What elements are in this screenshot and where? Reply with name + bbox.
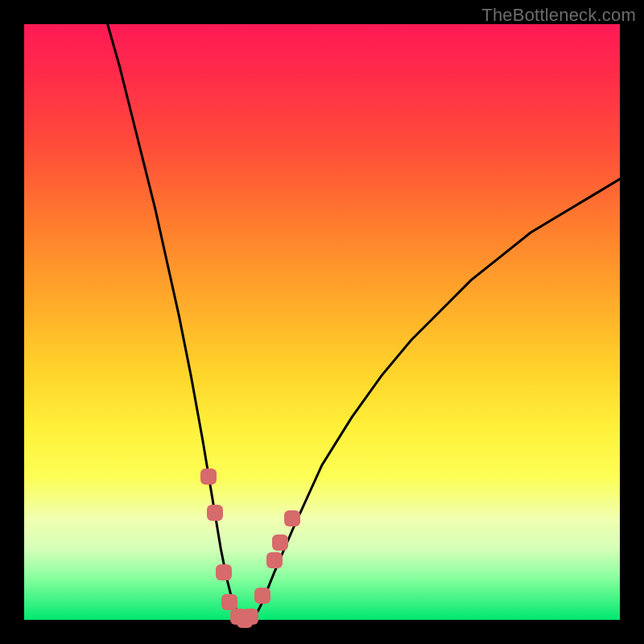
curve-marker (242, 609, 258, 625)
curve-marker (284, 510, 300, 526)
curve-marker (266, 552, 283, 568)
curve-marker (254, 588, 270, 604)
curve-marker (200, 469, 217, 485)
curve-marker (272, 535, 288, 551)
curve-marker (221, 594, 237, 610)
plot-area (24, 24, 620, 620)
curve-marker (216, 564, 232, 580)
chart-frame: TheBottleneck.com (0, 0, 644, 644)
watermark-text: TheBottleneck.com (481, 5, 636, 26)
marker-layer (24, 24, 620, 620)
curve-marker (207, 505, 223, 521)
